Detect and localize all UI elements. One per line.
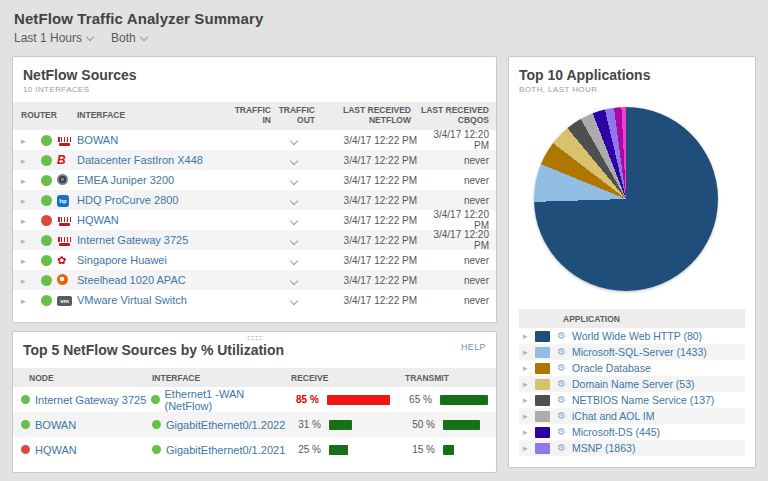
last-netflow-cell: 3/4/17 12:22 PM — [311, 235, 417, 246]
col-transmit: TRANSMIT — [405, 373, 488, 383]
netflow-sources-table: ▸ BOWAN 3/4/17 12:22 PM 3/4/17 12:20 PM … — [13, 130, 496, 310]
juniper-icon — [57, 174, 68, 185]
expand-icon[interactable]: ▸ — [21, 236, 26, 246]
node-link[interactable]: BOWAN — [35, 419, 76, 431]
table-row: ▸ EMEA Juniper 3200 3/4/17 12:22 PM neve… — [13, 170, 496, 190]
application-link[interactable]: World Wide Web HTTP (80) — [572, 330, 702, 342]
expand-icon[interactable]: ▸ — [21, 156, 26, 166]
direction-filter-dropdown[interactable]: Both — [111, 31, 147, 45]
router-link[interactable]: VMware Virtual Switch — [77, 294, 187, 306]
transmit-bar — [443, 420, 480, 430]
color-swatch — [535, 379, 550, 390]
transmit-percent: 65 % — [402, 394, 432, 405]
chevron-down-icon[interactable] — [290, 236, 298, 244]
application-link[interactable]: Domain Name Server (53) — [572, 378, 695, 390]
page-title: NetFlow Traffic Analyzer Summary — [14, 10, 754, 27]
gear-icon: ⚙ — [557, 379, 566, 389]
table-row: ▸ Internet Gateway 3725 3/4/17 12:22 PM … — [13, 230, 496, 250]
application-link[interactable]: Oracle Database — [572, 362, 651, 374]
expand-icon[interactable]: ▸ — [523, 427, 535, 437]
chevron-down-icon[interactable] — [290, 216, 298, 224]
status-dot — [41, 295, 52, 306]
direction-filter-label: Both — [111, 31, 136, 45]
router-link[interactable]: HQWAN — [77, 214, 119, 226]
chevron-down-icon[interactable] — [290, 196, 298, 204]
expand-icon[interactable]: ▸ — [523, 363, 535, 373]
help-link[interactable]: HELP — [461, 342, 486, 352]
interface-link[interactable]: GigabitEthernet0/1.2021 — [166, 444, 285, 456]
router-link[interactable]: Singapore Huawei — [77, 254, 167, 266]
expand-icon[interactable]: ▸ — [21, 196, 26, 206]
status-dot — [152, 445, 161, 454]
application-link[interactable]: Microsoft-DS (445) — [572, 426, 660, 438]
table-header: ROUTER INTERFACE TRAFFIC IN TRAFFIC OUT … — [13, 102, 496, 130]
time-filter-dropdown[interactable]: Last 1 Hours — [14, 31, 93, 45]
col-receive: RECEIVE — [291, 373, 405, 383]
hp-icon: hp — [57, 195, 69, 207]
receive-bar — [329, 420, 352, 430]
last-cbqos-cell: 3/4/17 12:20 PM — [417, 229, 489, 251]
chevron-down-icon[interactable] — [290, 256, 298, 264]
expand-icon[interactable]: ▸ — [21, 256, 26, 266]
status-dot — [41, 175, 52, 186]
expand-icon[interactable]: ▸ — [21, 296, 26, 306]
chevron-down-icon[interactable] — [290, 176, 298, 184]
node-link[interactable]: Internet Gateway 3725 — [35, 394, 146, 406]
expand-icon[interactable]: ▸ — [21, 276, 26, 286]
router-link[interactable]: EMEA Juniper 3200 — [77, 174, 174, 186]
expand-icon[interactable]: ▸ — [21, 216, 26, 226]
color-swatch — [535, 347, 550, 358]
router-link[interactable]: Internet Gateway 3725 — [77, 234, 188, 246]
huawei-icon: ✿ — [57, 255, 66, 266]
time-filter-label: Last 1 Hours — [14, 31, 82, 45]
chevron-down-icon[interactable] — [290, 136, 298, 144]
col-interface: INTERFACE — [152, 373, 291, 383]
col-node: NODE — [21, 373, 152, 383]
expand-icon[interactable]: ▸ — [523, 331, 535, 341]
expand-icon[interactable]: ▸ — [523, 411, 535, 421]
last-cbqos-cell: never — [417, 255, 489, 266]
expand-icon[interactable]: ▸ — [523, 379, 535, 389]
expand-icon[interactable]: ▸ — [523, 443, 535, 453]
application-link[interactable]: NETBIOS Name Service (137) — [572, 394, 714, 406]
router-link[interactable]: Steelhead 1020 APAC — [77, 274, 186, 286]
page-header: NetFlow Traffic Analyzer Summary Last 1 … — [0, 0, 768, 45]
panel-title: Top 10 Applications — [509, 57, 755, 83]
list-item: ▸ ⚙ Microsoft-SQL-Server (1433) — [519, 344, 745, 360]
application-link[interactable]: Microsoft-SQL-Server (1433) — [572, 346, 707, 358]
status-dot — [21, 445, 30, 454]
interface-link[interactable]: GigabitEthernet0/1.2022 — [166, 419, 285, 431]
list-item: ▸ ⚙ MSNP (1863) — [519, 440, 745, 456]
transmit-bar — [443, 445, 454, 455]
receive-percent: 31 % — [291, 419, 321, 430]
brocade-icon: B — [57, 153, 66, 167]
applications-pie[interactable] — [534, 107, 718, 291]
chevron-down-icon[interactable] — [290, 156, 298, 164]
status-dot — [21, 420, 30, 429]
top5-utilization-panel: HELP Top 5 NetFlow Sources by % Utilizat… — [12, 331, 497, 473]
table-header: NODE INTERFACE RECEIVE TRANSMIT — [13, 368, 496, 387]
last-netflow-cell: 3/4/17 12:22 PM — [311, 215, 417, 226]
node-link[interactable]: HQWAN — [35, 444, 77, 456]
applications-legend: ▸ ⚙ World Wide Web HTTP (80) ▸ ⚙ Microso… — [519, 328, 745, 456]
application-link[interactable]: iChat and AOL IM — [572, 410, 655, 422]
chevron-down-icon[interactable] — [290, 296, 298, 304]
expand-icon[interactable]: ▸ — [523, 347, 535, 357]
router-link[interactable]: BOWAN — [77, 134, 118, 146]
interface-link[interactable]: Ethernet1 -WAN (NetFlow) — [165, 388, 289, 412]
expand-icon[interactable]: ▸ — [21, 176, 26, 186]
router-link[interactable]: HDQ ProCurve 2800 — [77, 194, 179, 206]
last-netflow-cell: 3/4/17 12:22 PM — [311, 155, 417, 166]
application-link[interactable]: MSNP (1863) — [572, 442, 635, 454]
cisco-icon — [57, 137, 71, 147]
expand-icon[interactable]: ▸ — [523, 395, 535, 405]
col-traffic-out: TRAFFIC OUT — [271, 106, 315, 126]
transmit-bar — [440, 395, 488, 405]
drag-handle-icon[interactable] — [246, 335, 263, 341]
router-link[interactable]: Datacenter FastIron X448 — [77, 154, 203, 166]
color-swatch — [535, 331, 550, 342]
legend-header: APPLICATION — [519, 309, 745, 328]
chevron-down-icon[interactable] — [290, 276, 298, 284]
expand-icon[interactable]: ▸ — [21, 136, 26, 146]
gear-icon: ⚙ — [557, 443, 566, 453]
